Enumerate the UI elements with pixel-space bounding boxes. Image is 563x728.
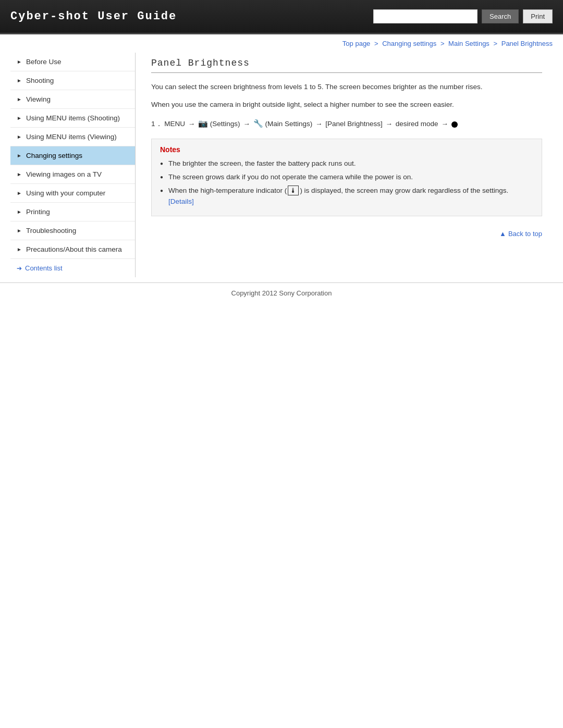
sidebar-item-viewing[interactable]: ► Viewing bbox=[10, 90, 135, 109]
arrow-1: → bbox=[188, 120, 197, 128]
sidebar-item-using-computer[interactable]: ► Using with your computer bbox=[10, 184, 135, 203]
step-main-settings-label: (Main Settings) bbox=[265, 120, 312, 128]
sidebar-item-before-use[interactable]: ► Before Use bbox=[10, 53, 135, 71]
sidebar-label-changing-settings: Changing settings bbox=[26, 152, 82, 159]
notes-title: Notes bbox=[160, 145, 533, 154]
back-to-top: ▲ Back to top bbox=[151, 225, 542, 243]
notes-list: The brighter the screen, the faster the … bbox=[160, 158, 533, 207]
step-settings-label: (Settings) bbox=[210, 120, 240, 128]
back-to-top-link[interactable]: ▲ Back to top bbox=[499, 230, 542, 238]
breadcrumb: Top page > Changing settings > Main Sett… bbox=[0, 34, 563, 53]
sidebar-label-menu-viewing: Using MENU items (Viewing) bbox=[26, 133, 117, 141]
arrow-icon-shooting: ► bbox=[17, 78, 22, 83]
search-input[interactable] bbox=[373, 9, 478, 23]
arrow-icon-changing-settings: ► bbox=[17, 153, 22, 158]
instruction-step: 1． MENU → 📷 (Settings) → 🔧 (Main Setting… bbox=[151, 116, 542, 130]
sidebar-label-precautions: Precautions/About this camera bbox=[26, 245, 122, 253]
arrow-icon-viewing-tv: ► bbox=[17, 171, 22, 177]
sidebar-label-before-use: Before Use bbox=[26, 58, 62, 66]
arrow-icon-printing: ► bbox=[17, 209, 22, 215]
contents-list-link[interactable]: Contents list bbox=[25, 264, 63, 272]
temp-indicator-icon: 🌡 bbox=[288, 186, 299, 195]
header-controls: Search Print bbox=[373, 9, 553, 23]
back-to-top-arrow-icon: ▲ bbox=[499, 230, 506, 238]
sidebar-label-menu-shooting: Using MENU items (Shooting) bbox=[26, 114, 120, 122]
page-title: Panel Brightness bbox=[151, 58, 542, 73]
sidebar-item-using-menu-viewing[interactable]: ► Using MENU items (Viewing) bbox=[10, 128, 135, 146]
sidebar-label-printing: Printing bbox=[26, 208, 50, 216]
content-area: Panel Brightness You can select the scre… bbox=[136, 53, 553, 277]
arrow-icon-troubleshooting: ► bbox=[17, 228, 22, 233]
search-button[interactable]: Search bbox=[482, 9, 519, 23]
intro-text-1: You can select the screen brightness fro… bbox=[151, 81, 542, 93]
step-menu: MENU bbox=[164, 120, 185, 128]
arrow-icon-viewing: ► bbox=[17, 96, 22, 102]
breadcrumb-separator-2: > bbox=[440, 40, 446, 47]
note-3-text-cont: ) is displayed, the screen may grow dark… bbox=[300, 187, 508, 194]
breadcrumb-changing-settings[interactable]: Changing settings bbox=[382, 40, 436, 47]
back-to-top-label: Back to top bbox=[508, 230, 542, 238]
arrow-icon-precautions: ► bbox=[17, 246, 22, 252]
notes-box: Notes The brighter the screen, the faste… bbox=[151, 139, 542, 216]
sidebar-label-computer: Using with your computer bbox=[26, 189, 105, 197]
step-number: 1． bbox=[151, 120, 163, 128]
app-title: Cyber-shot User Guide bbox=[10, 10, 177, 23]
copyright-text: Copyright 2012 Sony Corporation bbox=[231, 289, 332, 297]
arrow-2: → bbox=[243, 120, 252, 128]
sidebar-item-changing-settings[interactable]: ► Changing settings bbox=[10, 146, 135, 165]
note-3-text: When the high-temperature indicator ( bbox=[168, 187, 287, 194]
breadcrumb-current: Panel Brightness bbox=[501, 40, 553, 47]
settings-camera-icon: 📷 bbox=[198, 119, 208, 128]
sidebar-item-printing[interactable]: ► Printing bbox=[10, 203, 135, 221]
breadcrumb-top-page[interactable]: Top page bbox=[342, 40, 371, 47]
arrow-icon-menu-viewing: ► bbox=[17, 134, 22, 140]
header: Cyber-shot User Guide Search Print bbox=[0, 0, 563, 34]
sidebar-item-viewing-tv[interactable]: ► Viewing images on a TV bbox=[10, 165, 135, 184]
sidebar-item-troubleshooting[interactable]: ► Troubleshooting bbox=[10, 221, 135, 240]
breadcrumb-separator-1: > bbox=[374, 40, 380, 47]
arrow-icon-menu-shooting: ► bbox=[17, 115, 22, 121]
sidebar: ► Before Use ► Shooting ► Viewing ► Usin… bbox=[10, 53, 136, 277]
sidebar-label-viewing: Viewing bbox=[26, 95, 51, 103]
intro-text-2: When you use the camera in bright outsid… bbox=[151, 99, 542, 110]
details-link[interactable]: [Details] bbox=[168, 198, 194, 205]
breadcrumb-main-settings[interactable]: Main Settings bbox=[448, 40, 489, 47]
step-desired-mode: desired mode bbox=[396, 120, 438, 128]
arrow-3: → bbox=[315, 120, 324, 128]
breadcrumb-separator-3: > bbox=[494, 40, 499, 47]
note-item-1: The brighter the screen, the faster the … bbox=[160, 158, 533, 169]
arrow-icon-computer: ► bbox=[17, 190, 22, 196]
note-item-3: When the high-temperature indicator (🌡) … bbox=[160, 185, 533, 207]
sidebar-label-shooting: Shooting bbox=[26, 77, 54, 84]
footer: Copyright 2012 Sony Corporation bbox=[0, 282, 563, 303]
arrow-5: → bbox=[441, 120, 450, 128]
main-settings-icon: 🔧 bbox=[253, 119, 263, 128]
sidebar-item-precautions[interactable]: ► Precautions/About this camera bbox=[10, 240, 135, 259]
sidebar-contents: ➔ Contents list bbox=[10, 259, 135, 277]
sidebar-item-shooting[interactable]: ► Shooting bbox=[10, 71, 135, 90]
arrow-4: → bbox=[386, 120, 395, 128]
sidebar-label-troubleshooting: Troubleshooting bbox=[26, 227, 76, 235]
arrow-icon-before-use: ► bbox=[17, 59, 22, 65]
step-panel-brightness: [Panel Brightness] bbox=[325, 120, 383, 128]
confirm-dot-icon bbox=[451, 121, 458, 128]
note-item-2: The screen grows dark if you do not oper… bbox=[160, 171, 533, 183]
sidebar-item-using-menu-shooting[interactable]: ► Using MENU items (Shooting) bbox=[10, 109, 135, 128]
sidebar-label-viewing-tv: Viewing images on a TV bbox=[26, 170, 102, 178]
main-layout: ► Before Use ► Shooting ► Viewing ► Usin… bbox=[10, 53, 553, 277]
contents-arrow-icon: ➔ bbox=[17, 265, 22, 272]
print-button[interactable]: Print bbox=[523, 9, 553, 23]
